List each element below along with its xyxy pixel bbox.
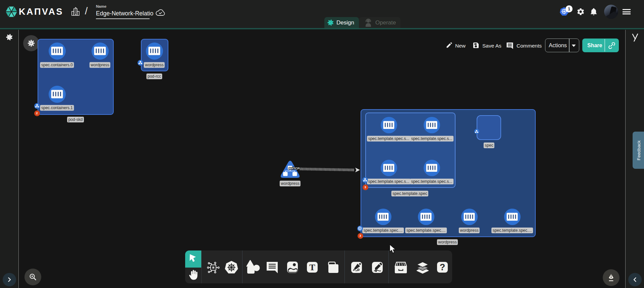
svg-text:T: T	[309, 263, 315, 272]
svg-text:?: ?	[440, 262, 445, 272]
svg-text:80/TCP: 80/TCP	[289, 166, 300, 170]
